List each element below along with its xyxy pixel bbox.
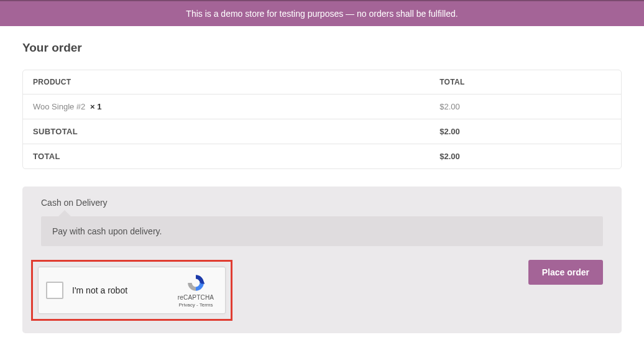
payment-description: Pay with cash upon delivery. [41,216,603,246]
recaptcha-widget: I'm not a robot reCAPTCHA [38,267,226,314]
col-product: PRODUCT [23,70,430,94]
product-qty: × 1 [90,102,101,111]
place-order-button[interactable]: Place order [528,260,603,285]
recaptcha-icon [186,273,206,293]
total-value: $2.00 [430,144,621,168]
recaptcha-privacy-link[interactable]: Privacy [179,302,195,308]
checkout-container: Your order PRODUCT TOTAL Woo Single #2 ×… [0,26,644,348]
recaptcha-link-sep: - [195,302,200,308]
subtotal-row: SUBTOTAL $2.00 [23,119,621,144]
recaptcha-badge: reCAPTCHA Privacy - Terms [174,273,218,308]
order-review-table: PRODUCT TOTAL Woo Single #2 × 1 $2.00 SU… [22,70,622,169]
total-label: TOTAL [23,144,430,168]
place-order-wrap: Place order [528,260,603,285]
recaptcha-brand: reCAPTCHA [174,294,218,301]
demo-store-banner: This is a demo store for testing purpose… [0,0,644,26]
payment-box: Cash on Delivery Pay with cash upon deli… [22,187,622,333]
payment-desc-wrap: Pay with cash upon delivery. [22,216,622,255]
payment-method-label[interactable]: Cash on Delivery [22,187,622,216]
col-total: TOTAL [430,70,621,94]
recaptcha-links: Privacy - Terms [174,302,218,308]
recaptcha-terms-link[interactable]: Terms [200,302,213,308]
recaptcha-highlight: I'm not a robot reCAPTCHA [31,260,232,321]
subtotal-value: $2.00 [430,119,621,144]
table-row: Woo Single #2 × 1 $2.00 [23,94,621,119]
recaptcha-checkbox[interactable] [46,282,63,299]
table-header-row: PRODUCT TOTAL [23,70,621,94]
product-cell: Woo Single #2 × 1 [23,94,430,119]
product-name: Woo Single #2 [33,102,85,111]
your-order-heading: Your order [22,41,622,55]
product-price: $2.00 [430,94,621,119]
total-row: TOTAL $2.00 [23,144,621,168]
payment-footer: I'm not a robot reCAPTCHA [22,260,622,321]
recaptcha-label: I'm not a robot [72,285,174,295]
demo-store-text: This is a demo store for testing purpose… [186,9,458,19]
subtotal-label: SUBTOTAL [23,119,430,144]
